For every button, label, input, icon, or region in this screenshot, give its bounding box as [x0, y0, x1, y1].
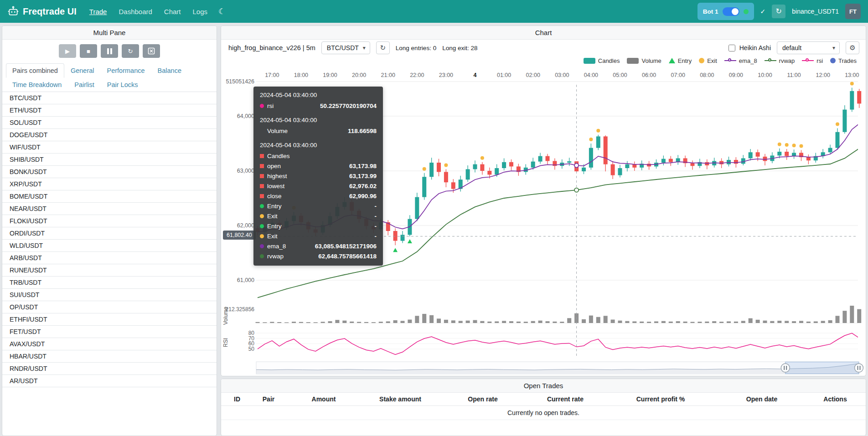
- rvwap-legend-icon: [765, 60, 776, 61]
- legend-item-ema_8[interactable]: ema_8: [724, 57, 757, 64]
- exit-signal-marker: [792, 144, 796, 147]
- pair-list-item[interactable]: XRP/USDT: [2, 178, 217, 190]
- legend-item-trades[interactable]: Trades: [830, 57, 857, 64]
- pair-list-item[interactable]: SHIB/USDT: [2, 154, 217, 166]
- reload-data-button[interactable]: ↻: [772, 5, 785, 18]
- plot-config-select[interactable]: default ▾: [777, 41, 840, 54]
- user-avatar[interactable]: FT: [845, 4, 861, 19]
- tooltip-series-label: highest: [267, 173, 287, 180]
- legend-item-entry[interactable]: Entry: [669, 57, 692, 64]
- nav-link-logs[interactable]: Logs: [193, 8, 208, 15]
- cancel-orders-button[interactable]: [143, 44, 160, 58]
- volume-legend-icon: [627, 58, 639, 64]
- chart-toolbar: high_frog_binance_v226 | 5m BTC/USDT ▾ ↻…: [221, 40, 866, 56]
- legend-item-rvwap[interactable]: rvwap: [765, 57, 795, 64]
- svg-text:04:00: 04:00: [584, 72, 598, 78]
- plot-settings-button[interactable]: ⚙: [846, 41, 859, 54]
- legend-item-candles[interactable]: Candles: [584, 57, 620, 64]
- exit-signal-marker: [423, 167, 426, 171]
- datazoom-slider[interactable]: [256, 362, 863, 374]
- tooltip-series-value: -: [375, 203, 377, 210]
- tab-time-breakdown[interactable]: Time Breakdown: [6, 77, 68, 92]
- pair-list-item[interactable]: ARB/USDT: [2, 252, 217, 264]
- refresh-button[interactable]: ↻: [122, 44, 139, 58]
- legend-label: ema_8: [739, 57, 757, 64]
- pair-list-item[interactable]: FET/USDT: [2, 326, 217, 338]
- bot-toggle-switch[interactable]: [723, 7, 739, 16]
- entry-signal-marker: [408, 239, 412, 243]
- tooltip-timestamp: 2024-05-04 03:40:00: [260, 92, 377, 98]
- pair-list-item[interactable]: ETHFI/USDT: [2, 313, 217, 326]
- pair-list-item[interactable]: AR/USDT: [2, 375, 217, 387]
- nav-link-dashboard[interactable]: Dashboard: [119, 8, 152, 15]
- legend-item-volume[interactable]: Volume: [627, 57, 661, 64]
- main-nav: TradeDashboardChartLogs: [89, 8, 207, 15]
- svg-text:09:00: 09:00: [729, 72, 743, 78]
- refresh-chart-button[interactable]: ↻: [376, 41, 390, 54]
- tab-pair-locks[interactable]: Pair Locks: [101, 77, 145, 92]
- nav-link-chart[interactable]: Chart: [164, 8, 181, 15]
- legend-item-rsi[interactable]: rsi: [802, 57, 823, 64]
- tooltip-row: close62,990.96: [260, 191, 377, 201]
- svg-text:62,000: 62,000: [237, 222, 254, 229]
- pair-list-item[interactable]: ORDI/USDT: [2, 227, 217, 240]
- heikin-ashi-control: Heikin Ashi: [727, 43, 771, 53]
- pair-list-item[interactable]: BONK/USDT: [2, 166, 217, 178]
- tab-performance[interactable]: Performance: [101, 63, 151, 78]
- tooltip-section: 2024-05-04 03:40:00rsi50.22577020190704: [260, 92, 377, 111]
- trades-column-header: Open date: [713, 395, 810, 403]
- pair-list-item[interactable]: OP/USDT: [2, 301, 217, 313]
- bot-selector[interactable]: Bot 1: [698, 3, 754, 20]
- pair-list-item[interactable]: TRB/USDT: [2, 277, 217, 289]
- trades-column-header: Amount: [289, 395, 358, 403]
- pair-list-item[interactable]: DOGE/USDT: [2, 129, 217, 141]
- tooltip-row: Entry-: [260, 221, 377, 231]
- datazoom-right-handle[interactable]: [855, 364, 863, 372]
- pair-list-item[interactable]: SUI/USDT: [2, 289, 217, 301]
- datazoom-left-handle[interactable]: [781, 364, 790, 372]
- tab-general[interactable]: General: [64, 63, 101, 78]
- legend-item-exit[interactable]: Exit: [699, 57, 717, 64]
- tooltip-series-label: Entry: [267, 223, 282, 230]
- pair-list-item[interactable]: FLOKI/USDT: [2, 215, 217, 227]
- tooltip-series-label: Exit: [267, 233, 278, 240]
- bot-name-label: Bot 1: [703, 8, 718, 15]
- pair-list-item[interactable]: HBAR/USDT: [2, 350, 217, 363]
- exit-signal-marker: [778, 143, 781, 146]
- pair-list-item[interactable]: WLD/USDT: [2, 240, 217, 252]
- pair-list-item[interactable]: AVAX/USDT: [2, 338, 217, 350]
- svg-text:RSI: RSI: [222, 338, 229, 347]
- pause-icon: [110, 48, 112, 54]
- play-button[interactable]: ▶: [59, 44, 76, 58]
- pair-list-item[interactable]: RNDR/USDT: [2, 363, 217, 375]
- pair-list-item[interactable]: BTC/USDT: [2, 92, 217, 104]
- entry-signal-marker: [393, 248, 398, 252]
- brand[interactable]: Freqtrade UI: [7, 5, 77, 17]
- long-entries-count: Long entries: 0: [396, 45, 436, 51]
- pause-button[interactable]: [101, 44, 118, 58]
- stop-button[interactable]: ■: [80, 44, 97, 58]
- heikin-ashi-checkbox[interactable]: [728, 45, 735, 51]
- pair-list-item[interactable]: WIF/USDT: [2, 141, 217, 154]
- legend-label: rvwap: [779, 57, 795, 64]
- tooltip-series-label: Entry: [267, 203, 282, 210]
- pair-list-item[interactable]: BOME/USDT: [2, 190, 217, 203]
- tooltip-series-label: ema_8: [267, 243, 286, 250]
- pair-list-item[interactable]: SOL/USDT: [2, 117, 217, 129]
- series-marker-icon: [260, 244, 264, 248]
- tab-pairs-combined[interactable]: Pairs combined: [6, 63, 64, 78]
- pair-list-item[interactable]: RUNE/USDT: [2, 264, 217, 277]
- long-exit-count: Long exit: 28: [442, 45, 477, 51]
- pair-select-value: BTC/USDT: [327, 44, 359, 51]
- tooltip-series-value: -: [375, 233, 377, 240]
- tab-pairlist[interactable]: Pairlist: [68, 77, 101, 92]
- pair-list-item[interactable]: NEAR/USDT: [2, 203, 217, 215]
- tab-balance[interactable]: Balance: [151, 63, 188, 78]
- pair-select[interactable]: BTC/USDT ▾: [321, 41, 370, 54]
- nav-link-trade[interactable]: Trade: [89, 8, 107, 15]
- legend-label: Volume: [641, 57, 661, 64]
- pair-list-item[interactable]: ETH/USDT: [2, 104, 217, 117]
- datazoom-window[interactable]: [785, 362, 859, 374]
- tooltip-row: rsi50.22577020190704: [260, 101, 377, 111]
- theme-toggle-icon[interactable]: ☾: [218, 7, 225, 16]
